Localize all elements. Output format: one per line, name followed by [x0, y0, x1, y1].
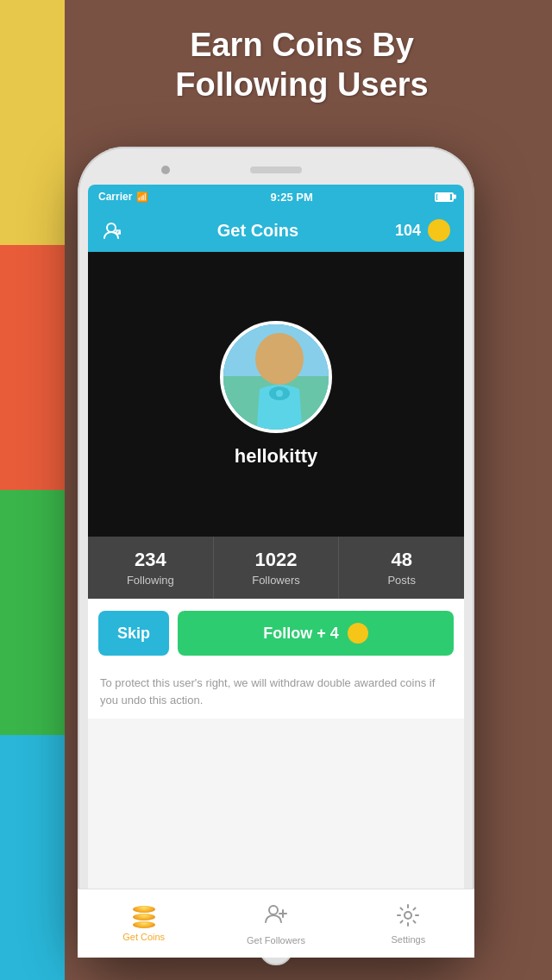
tab-settings[interactable]: Settings	[342, 889, 464, 922]
posts-label: Posts	[387, 574, 416, 587]
headline-line1: Earn Coins By	[190, 27, 414, 63]
battery-fill	[437, 194, 450, 200]
skip-button[interactable]: Skip	[98, 611, 169, 656]
stat-followers: 1022 Followers	[214, 537, 340, 599]
svg-point-8	[276, 390, 283, 397]
coins-stack-icon	[133, 906, 155, 923]
stripe-green	[0, 490, 65, 735]
stats-row: 234 Following 1022 Followers 48 Posts	[88, 537, 464, 599]
tab-get-followers[interactable]: Get Followers	[210, 889, 342, 922]
phone-outer: Carrier 📶 9:25 PM	[78, 147, 474, 958]
svg-point-6	[255, 333, 304, 385]
svg-point-9	[269, 906, 278, 914]
svg-point-12	[405, 912, 411, 919]
phone: Carrier 📶 9:25 PM	[78, 147, 474, 975]
nav-title: Get Coins	[217, 221, 298, 241]
username: hellokitty	[235, 445, 318, 468]
person-add-icon	[264, 901, 288, 922]
following-label: Following	[127, 574, 174, 587]
settings-gear-icon	[396, 903, 420, 923]
nav-coins: 104	[395, 219, 450, 242]
coins-count: 104	[395, 222, 421, 240]
profile-card: hellokitty	[88, 252, 464, 537]
follow-coin-icon	[348, 623, 368, 644]
avatar-image	[223, 324, 329, 430]
wifi-icon: 📶	[136, 192, 148, 203]
svg-point-0	[107, 223, 116, 232]
time-label: 9:25 PM	[271, 191, 313, 204]
stripe-red	[0, 245, 65, 490]
phone-camera	[161, 166, 170, 174]
tab-get-coins[interactable]: Get Coins	[88, 889, 210, 922]
stat-following: 234 Following	[88, 537, 214, 599]
stripe-yellow	[0, 0, 65, 245]
warning-text: To protect this user's right, we will wi…	[88, 668, 464, 719]
coin-icon	[428, 219, 450, 242]
follow-button[interactable]: Follow + 4	[178, 611, 454, 656]
nav-bar: ★ Get Coins 104	[88, 209, 464, 252]
status-right	[435, 192, 454, 202]
headline-line2: Following Users	[175, 66, 428, 103]
avatar	[220, 321, 332, 433]
action-row: Skip Follow + 4	[88, 599, 464, 668]
stripe-blue	[0, 735, 65, 980]
headline: Earn Coins By Following Users	[69, 26, 535, 104]
tab-bar: Get Coins Get Followers	[88, 889, 464, 922]
phone-speaker	[250, 166, 302, 173]
status-left: Carrier 📶	[98, 191, 148, 203]
profile-icon[interactable]: ★	[102, 221, 121, 240]
background-stripes	[0, 0, 65, 980]
phone-top-bar	[88, 157, 464, 183]
svg-text:★: ★	[116, 229, 121, 236]
follow-label: Follow + 4	[263, 625, 339, 643]
stat-posts: 48 Posts	[339, 537, 464, 599]
following-count: 234	[135, 549, 166, 571]
posts-count: 48	[391, 549, 411, 571]
followers-count: 1022	[255, 549, 298, 571]
phone-screen: Carrier 📶 9:25 PM	[88, 185, 464, 922]
followers-label: Followers	[252, 574, 300, 587]
battery-icon	[435, 192, 454, 202]
carrier-label: Carrier	[98, 191, 132, 203]
status-bar: Carrier 📶 9:25 PM	[88, 185, 464, 209]
